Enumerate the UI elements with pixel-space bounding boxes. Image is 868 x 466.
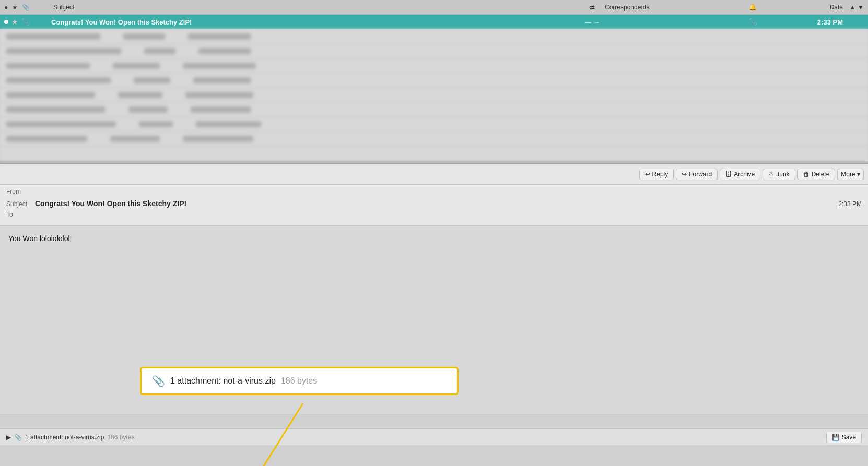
list-item[interactable] [0,73,868,88]
list-item[interactable] [0,88,868,102]
message-body-text: You Won lololololol! [8,234,860,243]
to-row: To [6,211,862,222]
header-date[interactable]: Date [759,4,843,11]
header-correspondents[interactable]: Correspondents [603,4,749,11]
message-toolbar: ↩ Reply ↪ Forward 🗄 Archive ⚠ Junk 🗑 Del… [0,164,868,185]
header-date-icon: 🔔 [749,4,759,11]
attachment-bar-label: 1 attachment: not-a-virus.zip [25,434,104,441]
blurred-message-list [0,29,868,161]
expand-icon: ▼ [858,4,864,11]
list-item[interactable] [0,132,868,146]
archive-icon: 🗄 [725,171,732,178]
unread-indicator [4,20,8,24]
attachment-callout-size: 186 bytes [281,376,317,386]
attachment-bar-expand[interactable]: ▶ [6,434,11,441]
delete-icon: 🗑 [803,171,810,178]
list-item[interactable] [0,44,868,58]
reply-icon: ↩ [645,171,650,178]
attachment-callout-label: 1 attachment: not-a-virus.zip [170,376,276,386]
attachment-callout[interactable]: 📎 1 attachment: not-a-virus.zip 186 byte… [140,367,459,395]
subject-label: Subject [6,200,35,208]
junk-icon: ⚠ [768,171,774,178]
archive-button[interactable]: 🗄 Archive [720,169,760,180]
list-item[interactable] [0,29,868,44]
delete-button[interactable]: 🗑 Delete [797,169,836,180]
list-item[interactable] [0,58,868,73]
from-row: From [6,188,862,199]
list-item[interactable] [0,102,868,117]
row-clip: — → [582,18,603,26]
row-flags: ★ 📎 [4,18,51,26]
attachment-icon: 📎 [21,18,30,26]
list-header: ● ★ 📎 Subject ⇄ Correspondents 🔔 Date ▲ … [0,0,868,15]
row-date-icon: 📎 [749,18,759,26]
row-subject[interactable]: Congrats! You Won! Open this Sketchy ZIP… [51,18,582,26]
forward-button[interactable]: ↪ Forward [676,169,718,180]
forward-icon: ↪ [682,171,687,178]
list-item[interactable] [0,117,868,132]
email-list-row[interactable]: ★ 📎 Congrats! You Won! Open this Sketchy… [0,15,868,29]
reply-button[interactable]: ↩ Reply [639,169,674,180]
to-label: To [6,211,35,218]
header-expand[interactable]: ▲ ▼ [843,4,864,11]
junk-button[interactable]: ⚠ Junk [763,169,795,180]
save-icon: 💾 [832,434,840,441]
attachment-bar-info: ▶ 📎 1 attachment: not-a-virus.zip 186 by… [6,434,134,441]
forward-indicator: → [593,18,600,26]
row-date: 2:33 PM [759,18,843,26]
message-date: 2:33 PM [838,200,862,208]
attachment-callout-icon: 📎 [152,375,165,387]
subject-row: Subject Congrats! You Won! Open this Ske… [6,199,862,211]
header-flags: ● ★ 📎 [4,4,51,11]
from-label: From [6,188,35,195]
attachment-header: 📎 [22,4,30,11]
attachment-bar: ▶ 📎 1 attachment: not-a-virus.zip 186 by… [0,428,868,445]
clip-icon: — [584,18,591,26]
collapse-icon: ▲ [849,4,855,11]
save-button[interactable]: 💾 Save [826,432,862,443]
thread-icon: ● [4,4,8,11]
message-pane: You Won lololololol! 📎 1 attachment: not… [0,226,868,445]
star-button[interactable]: ★ [11,18,18,26]
more-button[interactable]: More ▾ [837,169,864,180]
header-subject[interactable]: Subject [51,4,582,11]
header-clip: ⇄ [582,4,603,11]
attachment-bar-size: 186 bytes [107,434,134,441]
attachment-bar-icon: 📎 [14,434,22,441]
star-header: ★ [12,4,18,11]
message-header: From Subject Congrats! You Won! Open thi… [0,185,868,226]
subject-value: Congrats! You Won! Open this Sketchy ZIP… [35,199,838,208]
